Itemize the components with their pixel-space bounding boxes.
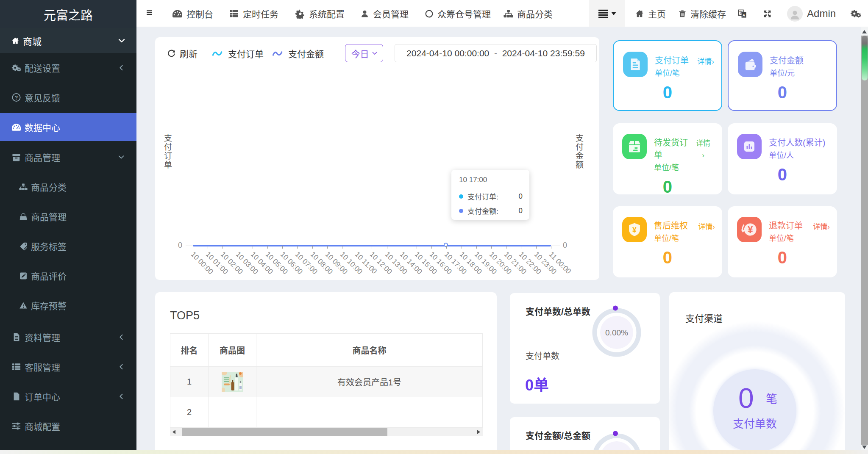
svg-text:¥: ¥ <box>748 224 753 235</box>
svg-text:¥: ¥ <box>632 226 637 234</box>
svg-text:0.00%: 0.00% <box>605 328 628 337</box>
